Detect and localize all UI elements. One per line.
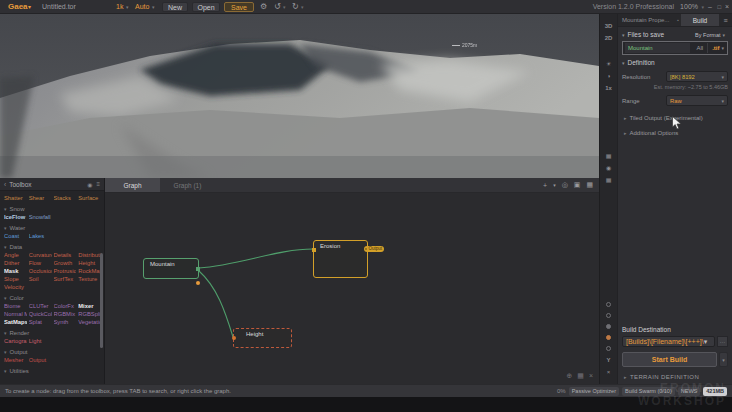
node-item[interactable]: Lakes [29, 233, 52, 239]
by-format-dropdown[interactable]: By Format [695, 32, 720, 38]
toolbox-menu-icon[interactable]: ≡ [96, 181, 100, 188]
start-build-button[interactable]: Start Build [622, 352, 717, 367]
port-toggle-icon[interactable] [606, 335, 611, 340]
lighting-sun-icon[interactable]: ☀ [600, 58, 617, 70]
chevron-down-icon[interactable]: ▾ [721, 45, 727, 51]
resolution-select[interactable]: [8K] 8192 ▾ [666, 71, 728, 82]
open-button[interactable]: Open [192, 2, 220, 12]
node-item[interactable]: Coast [4, 233, 27, 239]
clear-selection-icon[interactable]: × [600, 366, 617, 378]
port-toggle-icon[interactable] [606, 313, 611, 318]
node-item[interactable]: Cartogra... [4, 338, 27, 344]
chevron-down-icon[interactable]: ▾ [152, 0, 155, 14]
node-item[interactable]: Growth [54, 260, 77, 266]
dangling-port[interactable] [196, 281, 200, 285]
file-scope-dropdown[interactable]: All [692, 45, 707, 51]
tab-graph[interactable]: Graph [105, 178, 160, 192]
minimize-icon[interactable]: – [708, 0, 712, 14]
file-save-row[interactable]: Mountain All .tif ▾ [622, 41, 728, 55]
new-button[interactable]: New [162, 2, 188, 12]
app-menu-chevron-icon[interactable]: ▾ [28, 0, 31, 14]
node-item[interactable]: IceFlow [4, 214, 27, 220]
tab-graph-1[interactable]: Graph (1) [160, 178, 215, 192]
node-item[interactable]: Shatter [4, 195, 27, 201]
node-height[interactable]: Height [233, 328, 292, 348]
output-port[interactable] [196, 267, 200, 271]
node-item[interactable]: Light [29, 338, 52, 344]
node-item[interactable]: Dither [4, 260, 27, 266]
port-toggle-icon[interactable] [606, 302, 611, 307]
port-toggle-icon[interactable] [606, 346, 611, 351]
axis-y-button[interactable]: Y [600, 354, 617, 366]
node-item[interactable]: Occlusion [29, 268, 52, 274]
build-options-chevron-icon[interactable]: ▾ [719, 352, 728, 367]
tab-build[interactable]: Build [681, 14, 719, 26]
node-erosion[interactable]: Erosion Output [313, 240, 368, 278]
app-logo[interactable]: Gaea [8, 0, 28, 14]
node-item[interactable]: RGBSplit [78, 311, 101, 317]
chevron-down-icon[interactable]: ▾ [701, 0, 704, 14]
node-item[interactable]: Texture [78, 276, 101, 282]
node-item[interactable]: ColorFx [54, 303, 77, 309]
toolbox-section-water[interactable]: ▾ Water [4, 225, 101, 231]
node-item[interactable]: Mesher [4, 357, 27, 363]
chevron-down-icon[interactable]: ▾ [126, 0, 129, 14]
node-item[interactable]: Protrusion [54, 268, 77, 274]
node-item[interactable]: Surface [78, 195, 101, 201]
redo-icon[interactable]: ↻ [292, 0, 299, 14]
node-item[interactable]: Velocity [4, 284, 27, 290]
graph-screen-icon[interactable]: ▦ [586, 181, 593, 189]
undo-chevron-icon[interactable]: ▾ [283, 0, 286, 14]
node-item[interactable]: Angle [4, 252, 27, 258]
node-item[interactable]: QuickColor [29, 311, 52, 317]
add-graph-icon[interactable]: + [543, 182, 547, 189]
node-item[interactable]: Output [29, 357, 52, 363]
watch-eye-icon[interactable]: ◉ [600, 162, 617, 174]
node-mountain[interactable]: Mountain [143, 258, 199, 279]
toolbox-section-color[interactable]: ▾ Color [4, 295, 101, 301]
collapse-chevron-icon[interactable]: ▾ [622, 32, 625, 38]
scale-multiplier-button[interactable]: 1x [600, 82, 617, 94]
panel-menu-icon[interactable]: ≡ [719, 14, 732, 26]
toolbox-view-icon[interactable]: ◉ [87, 181, 92, 188]
optimizer-badge[interactable]: Passive Optimizer [569, 387, 619, 396]
node-item[interactable]: Snowfall [29, 214, 52, 220]
node-item[interactable]: CLUTer [29, 303, 52, 309]
node-item[interactable]: SurfTex [54, 276, 77, 282]
node-item[interactable]: Stacks [54, 195, 77, 201]
maximize-icon[interactable]: □ [717, 0, 721, 14]
node-item[interactable]: Synth [54, 319, 77, 325]
grid-overlay-icon[interactable]: ▦ [600, 150, 617, 162]
node-item[interactable]: Slope [4, 276, 27, 282]
node-item[interactable]: RockMap [78, 268, 101, 274]
node-item[interactable]: Distribution [78, 252, 101, 258]
node-item[interactable]: Normal Map [4, 311, 27, 317]
definition-header[interactable]: ▾ Definition [622, 59, 728, 66]
file-format-dropdown[interactable]: .tif [707, 43, 721, 53]
node-item-selected[interactable]: SatMaps [4, 319, 27, 325]
save-button[interactable]: Save [224, 2, 254, 12]
shading-toggle-icon[interactable]: ◑ [600, 70, 617, 82]
browse-folder-button[interactable]: … [717, 336, 728, 347]
close-icon[interactable]: × [725, 0, 729, 14]
input-port[interactable] [312, 248, 316, 252]
graph-list-chevron-icon[interactable]: ▾ [553, 182, 556, 188]
build-mode-dropdown[interactable]: Auto [135, 0, 149, 14]
news-badge[interactable]: NEWS [678, 387, 701, 396]
node-item[interactable]: Flow [29, 260, 52, 266]
clear-graph-icon[interactable]: × [589, 372, 593, 380]
toolbox-section-output[interactable]: ▾ Output [4, 349, 101, 355]
node-item[interactable]: Shear [29, 195, 52, 201]
toolbox-section-snow[interactable]: ▾ Snow [4, 206, 101, 212]
undo-icon[interactable]: ↺ [274, 0, 281, 14]
minimap-icon[interactable]: ▦ [577, 372, 584, 380]
node-item[interactable]: Curvature [29, 252, 52, 258]
node-output-badge[interactable]: Output [364, 246, 384, 252]
toolbox-section-render[interactable]: ▾ Render [4, 330, 101, 336]
toolbox-section-data[interactable]: ▾ Data [4, 244, 101, 250]
lock-graph-icon[interactable]: ▣ [574, 181, 581, 189]
collapse-toolbox-icon[interactable]: ‹ [4, 181, 6, 188]
node-item[interactable]: RGBMix [54, 311, 77, 317]
redo-chevron-icon[interactable]: ▾ [301, 0, 304, 14]
file-name-field[interactable]: Mountain [625, 43, 690, 53]
